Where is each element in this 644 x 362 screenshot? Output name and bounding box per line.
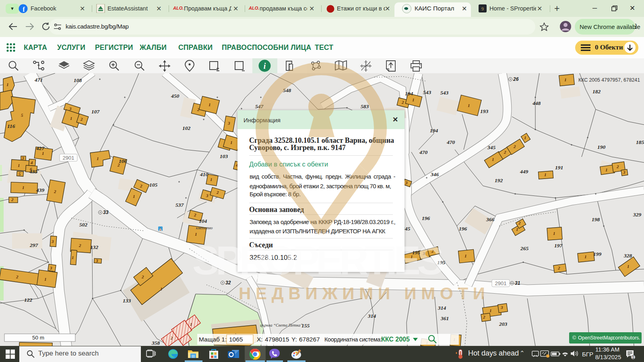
svg-text:2: 2 — [513, 144, 516, 149]
svg-text:Y:: Y: — [291, 336, 297, 343]
svg-text:108: 108 — [74, 77, 82, 83]
svg-text:Мащаб 1:: Мащаб 1: — [199, 336, 227, 343]
svg-text:106: 106 — [119, 158, 127, 164]
svg-text:кметство: кметство — [196, 226, 213, 230]
svg-text:1: 1 — [627, 264, 630, 269]
svg-text:194: 194 — [405, 90, 413, 97]
svg-text:9: 9 — [481, 6, 484, 12]
svg-text:1: 1 — [18, 163, 20, 168]
svg-text:1: 1 — [489, 308, 492, 313]
svg-text:1: 1 — [210, 177, 213, 182]
svg-text:5: 5 — [21, 113, 23, 117]
svg-text:2: 2 — [11, 197, 14, 202]
svg-text:1: 1 — [464, 253, 467, 258]
svg-text:297: 297 — [29, 242, 39, 248]
svg-text:32: 32 — [225, 280, 231, 286]
svg-text:193: 193 — [480, 108, 489, 114]
svg-text:i: i — [264, 62, 266, 70]
svg-text:450: 450 — [171, 93, 180, 99]
svg-text:543: 543 — [440, 90, 449, 96]
svg-text:1: 1 — [6, 82, 9, 87]
svg-text:1: 1 — [564, 77, 567, 82]
svg-text:470: 470 — [446, 139, 455, 145]
svg-text:547: 547 — [255, 103, 264, 109]
svg-text:122: 122 — [24, 297, 33, 303]
svg-text:2: 2 — [141, 274, 144, 279]
svg-text:199: 199 — [593, 251, 602, 257]
svg-text:2: 2 — [483, 315, 485, 319]
svg-text:1: 1 — [190, 322, 192, 327]
svg-text:1: 1 — [412, 97, 415, 102]
svg-text:1: 1 — [97, 156, 99, 161]
svg-text:2901: 2901 — [63, 155, 74, 161]
svg-text:3: 3 — [405, 180, 408, 185]
svg-text:107: 107 — [91, 109, 100, 115]
svg-text:1: 1 — [492, 157, 494, 162]
svg-text:194: 194 — [430, 128, 438, 134]
svg-text:2: 2 — [616, 164, 619, 169]
svg-text:2: 2 — [170, 336, 173, 340]
svg-text:439: 439 — [36, 187, 45, 193]
svg-text:3: 3 — [623, 170, 625, 175]
svg-text:1: 1 — [544, 172, 547, 177]
svg-text:contributors.: contributors. — [613, 335, 640, 341]
svg-text:2: 2 — [431, 249, 434, 253]
svg-text:195: 195 — [412, 249, 421, 255]
svg-text:678267: 678267 — [299, 336, 320, 343]
svg-text:1: 1 — [208, 102, 211, 107]
svg-text:470: 470 — [419, 149, 428, 155]
svg-text:191: 191 — [555, 165, 563, 171]
svg-text:1: 1 — [70, 116, 72, 121]
svg-text:5: 5 — [19, 171, 21, 176]
svg-text:361: 361 — [440, 315, 449, 321]
svg-text:26: 26 — [513, 76, 519, 82]
svg-text:1: 1 — [584, 254, 587, 259]
svg-text:410: 410 — [200, 171, 208, 177]
svg-text:1: 1 — [632, 355, 634, 360]
svg-text:Координатна система:: Координатна система: — [324, 336, 382, 343]
svg-text:X:: X: — [257, 336, 263, 343]
svg-text:185: 185 — [636, 139, 644, 145]
svg-text:1: 1 — [133, 194, 135, 199]
svg-text:328: 328 — [623, 253, 632, 259]
svg-text:ККС 2005 4797957, 678241: ККС 2005 4797957, 678241 — [578, 77, 640, 83]
svg-text:203: 203 — [499, 321, 508, 327]
svg-text:345: 345 — [487, 144, 496, 150]
svg-text:31: 31 — [515, 280, 520, 286]
svg-text:133: 133 — [123, 298, 131, 304]
svg-text:1: 1 — [516, 227, 518, 232]
svg-text:103: 103 — [220, 153, 228, 159]
svg-text:1: 1 — [230, 140, 233, 145]
svg-text:3: 3 — [227, 121, 230, 125]
svg-text:2: 2 — [80, 117, 83, 121]
svg-text:314: 314 — [367, 313, 376, 319]
svg-text:190: 190 — [597, 144, 606, 150]
svg-text:3: 3 — [69, 106, 72, 111]
svg-text:3: 3 — [95, 258, 98, 263]
svg-text:©: © — [572, 335, 576, 341]
svg-text:1: 1 — [468, 103, 470, 108]
svg-text:1: 1 — [160, 286, 163, 291]
svg-text:1: 1 — [605, 167, 608, 172]
svg-text:1: 1 — [72, 255, 74, 260]
svg-text:1: 1 — [195, 232, 197, 237]
svg-text:2: 2 — [401, 100, 404, 105]
svg-text:548: 548 — [283, 87, 291, 93]
svg-text:⛪: ⛪ — [159, 227, 163, 231]
svg-text:197: 197 — [554, 243, 563, 249]
svg-text:3: 3 — [422, 251, 425, 256]
svg-text:427: 427 — [36, 145, 45, 151]
svg-text:2: 2 — [216, 190, 219, 195]
svg-text:265: 265 — [520, 245, 529, 251]
svg-text:2: 2 — [518, 220, 521, 225]
svg-text:182: 182 — [592, 88, 601, 95]
svg-text:50 m: 50 m — [32, 335, 44, 341]
svg-text:471: 471 — [34, 77, 43, 83]
svg-text:2: 2 — [557, 265, 560, 270]
svg-text:346: 346 — [430, 171, 439, 177]
svg-text:2: 2 — [194, 212, 196, 217]
svg-text:105: 105 — [149, 182, 158, 188]
svg-text:583: 583 — [361, 103, 369, 109]
svg-text:192: 192 — [495, 177, 503, 183]
svg-text:2: 2 — [504, 150, 506, 154]
